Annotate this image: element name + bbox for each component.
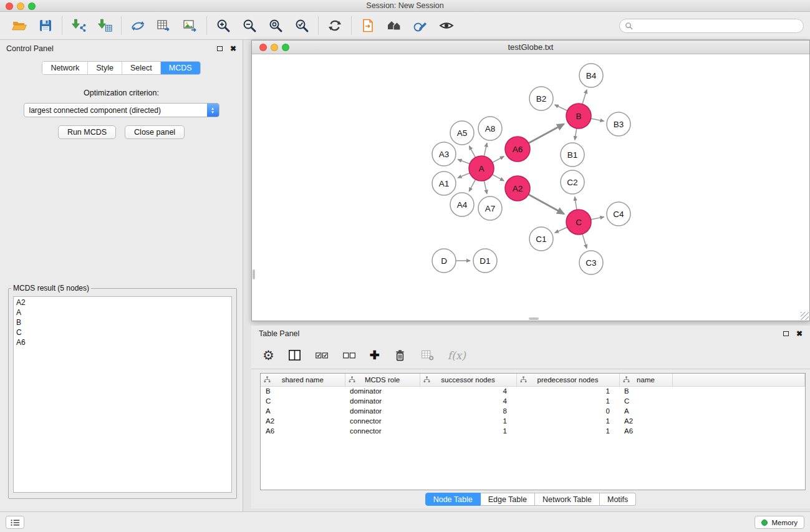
network-node-A7[interactable]: A7 (478, 196, 502, 220)
network-edge-B-B3[interactable] (591, 118, 604, 121)
table-cell[interactable]: 4 (420, 396, 516, 406)
zoom-selected-button[interactable] (289, 14, 315, 37)
network-node-C2[interactable]: C2 (561, 170, 584, 194)
result-item[interactable]: A2 (16, 297, 229, 307)
network-node-A5[interactable]: A5 (450, 121, 474, 145)
network-edge-A-A6[interactable] (493, 157, 504, 163)
table-cell[interactable]: C (619, 396, 672, 406)
network-edge-C-C3[interactable] (582, 234, 587, 248)
network-edge-A-A3[interactable] (458, 160, 470, 164)
search-field[interactable] (619, 19, 804, 33)
unselect-all-icon[interactable] (342, 348, 357, 362)
minimize-window-button[interactable] (17, 2, 24, 10)
network-node-B2[interactable]: B2 (529, 87, 553, 110)
network-edge-A-A1[interactable] (458, 173, 470, 178)
horizontal-scrollbar-thumb[interactable] (529, 317, 539, 320)
network-node-B1[interactable]: B1 (561, 143, 584, 167)
table-cell[interactable]: connector (345, 426, 420, 436)
col-header-predecessor-nodes[interactable]: predecessor nodes (516, 374, 619, 386)
table-cell[interactable]: A6 (619, 426, 672, 436)
result-item[interactable]: A (16, 307, 229, 317)
network-node-A3[interactable]: A3 (432, 142, 456, 166)
col-header-successor-nodes[interactable]: successor nodes (420, 374, 516, 386)
close-network-window-button[interactable] (259, 44, 267, 51)
table-cell[interactable]: 0 (516, 406, 619, 416)
network-edge-A-A8[interactable] (484, 143, 487, 156)
network-node-A1[interactable]: A1 (432, 172, 456, 195)
network-edge-C-C1[interactable] (555, 227, 567, 233)
zoom-window-button[interactable] (28, 2, 36, 10)
network-graph[interactable]: B4B2BB3A5A8A6B1A3AC2A1A2A4A7C4CC1C3DD1 (252, 54, 809, 321)
open-session-button[interactable] (6, 14, 32, 37)
zoom-in-button[interactable] (210, 14, 236, 37)
network-edge-C-C4[interactable] (591, 217, 604, 220)
optimization-criterion-select[interactable]: largest connected component (directed) ▲… (24, 103, 219, 117)
network-node-A8[interactable]: A8 (478, 117, 502, 140)
tab-network[interactable]: Network (42, 62, 87, 74)
network-node-C[interactable]: C (566, 210, 591, 235)
zoom-out-button[interactable] (236, 14, 263, 37)
col-header-shared-name[interactable]: shared name (261, 374, 345, 386)
table-cell[interactable]: dominator (345, 406, 420, 416)
network-node-C3[interactable]: C3 (579, 251, 603, 274)
table-row[interactable]: A6connector11A6 (261, 426, 805, 436)
zoom-fit-button[interactable] (263, 14, 289, 37)
new-table-button[interactable] (151, 14, 177, 37)
close-table-panel-icon[interactable]: ✖ (796, 331, 803, 337)
table-cell[interactable]: 1 (516, 396, 619, 406)
network-node-B4[interactable]: B4 (579, 64, 603, 87)
network-edge-A-A7[interactable] (484, 181, 487, 194)
table-cell[interactable]: A6 (261, 426, 345, 436)
function-builder-icon[interactable]: f(x) (448, 349, 466, 362)
export-image-button[interactable] (177, 14, 203, 37)
col-header-mcds-role[interactable]: MCDS role (345, 374, 420, 386)
table-cell[interactable]: A2 (619, 416, 672, 426)
network-node-D[interactable]: D (432, 249, 456, 273)
result-item[interactable]: B (16, 317, 229, 327)
table-cell[interactable]: 1 (516, 426, 619, 436)
table-cell[interactable]: 8 (420, 406, 516, 416)
table-cell[interactable]: B (261, 386, 345, 396)
tab-mcds[interactable]: MCDS (160, 62, 200, 74)
save-session-button[interactable] (32, 14, 59, 37)
table-cell[interactable]: 1 (420, 426, 516, 436)
network-edge-A-A2[interactable] (493, 175, 504, 181)
table-cell[interactable]: connector (345, 416, 420, 426)
table-row[interactable]: Adominator80A (261, 406, 805, 416)
columns-icon[interactable] (287, 348, 302, 362)
network-node-C4[interactable]: C4 (607, 202, 630, 226)
zoom-network-window-button[interactable] (282, 44, 289, 51)
mcds-result-list[interactable]: A2ABCA6 (13, 296, 232, 493)
memory-button[interactable]: Memory (755, 516, 804, 529)
table-cell[interactable]: 4 (420, 386, 516, 396)
network-node-A2[interactable]: A2 (505, 176, 530, 201)
close-panel-button[interactable]: Close panel (125, 125, 185, 139)
import-table-from-file-button[interactable] (92, 14, 118, 37)
close-panel-icon[interactable]: ✖ (230, 46, 236, 52)
import-network-from-file-button[interactable] (65, 14, 92, 37)
search-input[interactable] (636, 21, 798, 30)
float-table-panel-icon[interactable] (783, 331, 789, 336)
network-edge-B-B4[interactable] (582, 90, 587, 104)
delete-table-icon[interactable] (420, 348, 435, 362)
select-all-icon[interactable] (315, 348, 329, 362)
network-node-B[interactable]: B (566, 104, 591, 128)
network-edge-B-B2[interactable] (555, 105, 567, 110)
network-node-A6[interactable]: A6 (505, 137, 530, 162)
tab-node-table[interactable]: Node Table (425, 493, 481, 506)
home-button[interactable] (381, 14, 407, 37)
show-task-history-button[interactable] (6, 516, 24, 529)
table-cell[interactable]: 1 (516, 416, 619, 426)
network-edge-A-A5[interactable] (470, 146, 476, 157)
add-column-icon[interactable]: ✚ (370, 349, 380, 362)
col-header-name[interactable]: name (619, 374, 672, 386)
network-node-D1[interactable]: D1 (473, 249, 497, 273)
table-cell[interactable]: A (261, 406, 345, 416)
resize-grip[interactable] (801, 312, 809, 320)
close-window-button[interactable] (6, 2, 13, 10)
table-cell[interactable]: dominator (345, 386, 420, 396)
table-cell[interactable]: 1 (516, 386, 619, 396)
show-graphics-button[interactable] (433, 14, 460, 37)
apply-layout-button[interactable] (322, 14, 348, 37)
tab-select[interactable]: Select (122, 62, 160, 74)
